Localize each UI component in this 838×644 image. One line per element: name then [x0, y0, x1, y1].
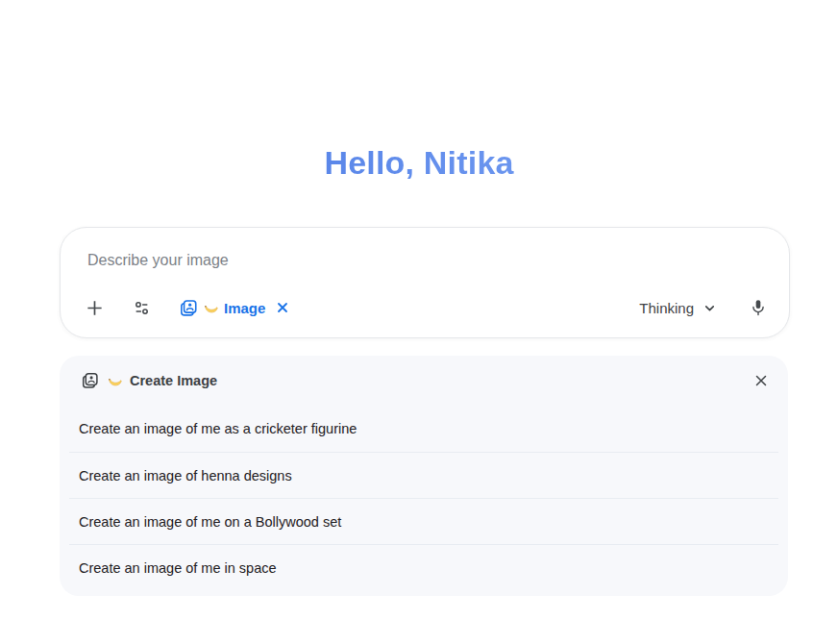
suggestion-item[interactable]: Create an image of me in space: [69, 544, 778, 590]
thinking-mode-label: Thinking: [639, 300, 694, 316]
suggestion-item[interactable]: Create an image of me as a cricketer fig…: [69, 406, 778, 452]
create-image-suggestions-panel: Create Image Create an image of me as a …: [60, 356, 788, 596]
image-tool-chip[interactable]: Image: [179, 298, 289, 318]
tools-settings-button[interactable]: [133, 299, 151, 317]
plus-icon: [85, 298, 105, 318]
suggestion-list: Create an image of me as a cricketer fig…: [69, 406, 778, 590]
chevron-down-icon: [702, 301, 717, 315]
prompt-toolbar: Image Thinking: [84, 294, 768, 321]
close-suggestions-button[interactable]: [753, 373, 769, 388]
thinking-mode-selector[interactable]: Thinking: [639, 300, 717, 316]
microphone-icon: [749, 297, 768, 318]
close-icon: [753, 373, 769, 388]
banana-emoji-icon: [204, 301, 218, 315]
panel-title: Create Image: [130, 373, 217, 388]
remove-image-tool-button[interactable]: [276, 301, 289, 314]
banana-emoji-icon: [108, 374, 122, 388]
add-attachment-button[interactable]: [85, 298, 105, 318]
prompt-input[interactable]: [86, 245, 762, 276]
page: Hello, Nitika: [0, 0, 838, 644]
image-tool-chip-label: Image: [224, 300, 265, 316]
stacked-images-icon: [81, 371, 100, 390]
microphone-button[interactable]: [749, 297, 768, 318]
panel-header: Create Image: [60, 356, 788, 406]
prompt-card: Image Thinking: [60, 227, 790, 338]
suggestion-item[interactable]: Create an image of henna designs: [69, 452, 778, 498]
suggestion-item[interactable]: Create an image of me on a Bollywood set: [69, 498, 778, 544]
greeting-title: Hello, Nitika: [0, 144, 838, 182]
close-icon: [276, 301, 289, 314]
tune-icon: [133, 299, 151, 317]
stacked-images-icon: [179, 298, 199, 318]
